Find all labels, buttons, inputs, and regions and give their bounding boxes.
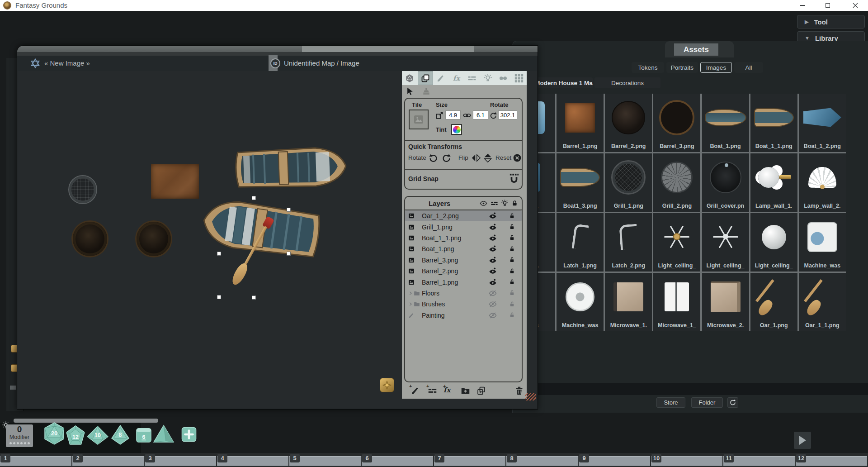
layer-lock-toggle[interactable] <box>502 268 522 275</box>
die-d20[interactable]: 20 <box>43 422 66 445</box>
asset-tile[interactable]: Oar_1_1.png <box>799 273 846 331</box>
layers-mode-button[interactable] <box>418 71 434 85</box>
map-token-boat-1[interactable] <box>231 145 348 191</box>
map-token-barrel[interactable] <box>135 220 172 257</box>
layer-visibility-toggle[interactable] <box>484 300 502 308</box>
grid-mode-button[interactable] <box>511 71 527 85</box>
module-button-decorations[interactable]: Decorations <box>594 77 660 88</box>
asset-tile[interactable]: Boat_1_1.png <box>750 94 797 152</box>
maximize-button[interactable] <box>817 0 838 11</box>
layer-row-painting[interactable]: Painting <box>405 310 522 321</box>
layer-lock-toggle[interactable] <box>502 224 522 230</box>
map-token-grill[interactable] <box>68 175 97 204</box>
asset-tile[interactable]: Lamp_wall_1. <box>750 153 797 212</box>
tile-thumbnail[interactable] <box>409 110 429 129</box>
window-resize-grip[interactable] <box>525 393 536 400</box>
store-button[interactable]: Store <box>656 397 685 408</box>
layer-row-grill-1-png[interactable]: Grill_1.png <box>405 221 522 232</box>
link-icon[interactable] <box>462 111 472 120</box>
asset-tile[interactable]: Light_ceiling_ <box>702 213 749 272</box>
add-mask-layer-button[interactable]: + <box>428 386 437 396</box>
die-d10[interactable]: 10 <box>87 426 108 445</box>
hotkey-slot-3[interactable]: 3 <box>145 456 216 466</box>
duplicate-layer-button[interactable] <box>476 386 486 396</box>
refresh-button[interactable] <box>727 397 738 408</box>
tab-tokens[interactable]: Tokens <box>632 62 664 73</box>
layer-visibility-toggle[interactable] <box>484 311 502 319</box>
layer-lock-toggle[interactable] <box>502 279 522 286</box>
asset-tile[interactable]: Oar_1.png <box>750 273 797 331</box>
grid-snap-toggle[interactable] <box>509 173 519 183</box>
map-token-barrel[interactable] <box>71 220 108 257</box>
asset-tile[interactable]: Barrel_2.png <box>605 94 652 152</box>
rotate-ccw-button[interactable] <box>429 153 439 163</box>
size-height-input[interactable] <box>473 110 488 119</box>
selection-handle[interactable] <box>287 208 291 212</box>
los-mode-button[interactable] <box>495 71 511 85</box>
layer-visibility-toggle[interactable] <box>484 234 502 242</box>
lighting-mode-button[interactable] <box>480 71 496 85</box>
asset-tile[interactable]: Light_ceiling_ <box>653 213 700 272</box>
tint-swatch[interactable] <box>451 124 462 135</box>
asset-tile[interactable]: Grill_2.png <box>653 153 700 212</box>
layer-row-barrel-1-png[interactable]: Barrel_1.png <box>405 276 522 287</box>
layer-lock-toggle[interactable] <box>502 234 522 241</box>
asset-tile[interactable]: Latch_2.png <box>605 213 652 272</box>
asset-tile[interactable]: Microwave_2. <box>702 273 749 331</box>
flip-vertical-button[interactable] <box>483 153 493 163</box>
selection-handle[interactable] <box>287 252 291 256</box>
lock-icon[interactable] <box>511 200 518 207</box>
selection-handle[interactable] <box>217 295 221 299</box>
hotkey-slot-8[interactable]: 8 <box>506 456 578 466</box>
die-d8[interactable]: 8 <box>111 425 130 445</box>
module-button-modern-house[interactable]: Modern House 1 Ma <box>535 77 593 88</box>
hotkey-slot-1[interactable]: 1 <box>0 456 71 466</box>
tab-images[interactable]: Images <box>700 62 732 73</box>
layer-visibility-toggle[interactable] <box>484 267 502 275</box>
asset-tile[interactable]: Boat1_3.png <box>557 153 604 212</box>
layer-visibility-toggle[interactable] <box>484 256 502 264</box>
mask-mode-button[interactable] <box>464 71 480 85</box>
asset-tile[interactable]: Grill_cover.pn <box>702 153 749 212</box>
hotkey-slot-6[interactable]: 6 <box>362 456 433 466</box>
hotkey-slot-10[interactable]: 10 <box>651 456 722 466</box>
tab-portraits[interactable]: Portraits <box>666 62 698 73</box>
close-button[interactable] <box>843 0 868 11</box>
paint-mode-button[interactable] <box>433 71 449 85</box>
layer-row-barrel-2-png[interactable]: Barrel_2.png <box>405 266 522 276</box>
layer-visibility-toggle[interactable] <box>484 289 502 297</box>
size-width-input[interactable] <box>445 110 461 119</box>
asset-tile[interactable]: Latch_1.png <box>557 213 604 272</box>
minimize-button[interactable] <box>792 0 813 11</box>
asset-tile[interactable]: Boat_1_2.png <box>799 94 846 152</box>
map-token-rust-plate[interactable] <box>151 164 199 199</box>
layer-row-barrel-3-png[interactable]: Barrel_3.png <box>405 255 522 266</box>
layer-lock-toggle[interactable] <box>502 301 522 308</box>
asset-tile[interactable]: Boat_1.png <box>702 94 749 152</box>
effects-mode-button[interactable]: fx <box>449 71 465 85</box>
flip-horizontal-button[interactable] <box>471 153 481 163</box>
layer-row-floors[interactable]: Floors <box>405 288 522 299</box>
hotkey-slot-11[interactable]: 11 <box>723 456 795 466</box>
asset-tile[interactable]: Machine_was <box>799 213 846 272</box>
asset-tile[interactable]: Lamp_wall_2. <box>799 153 846 212</box>
compass-button[interactable] <box>380 378 394 392</box>
layer-visibility-toggle[interactable] <box>484 278 502 286</box>
layer-lock-toggle[interactable] <box>502 290 522 296</box>
tab-all[interactable]: All <box>734 62 763 73</box>
hotkey-slot-9[interactable]: 9 <box>579 456 650 466</box>
dice-mode-button[interactable] <box>402 71 418 85</box>
selection-handle[interactable] <box>252 196 256 200</box>
asset-tile[interactable]: Microwave_1. <box>605 273 652 331</box>
layer-visibility-toggle[interactable] <box>484 245 502 253</box>
layer-lock-toggle[interactable] <box>502 257 522 263</box>
layer-row-oar-1-2-png[interactable]: Oar_1_2.png <box>405 210 522 221</box>
asset-tile[interactable]: Microwave_1_ <box>653 273 700 331</box>
asset-tile[interactable]: Grill_1.png <box>605 153 652 212</box>
asset-tile[interactable]: Machine_was <box>557 273 604 331</box>
die-d6[interactable]: 6 <box>136 427 152 443</box>
eye-icon[interactable] <box>479 200 488 207</box>
asset-tile[interactable]: Barrel_1.png <box>557 94 604 152</box>
rotate-input[interactable] <box>498 110 517 119</box>
die-add-die[interactable] <box>181 427 197 442</box>
